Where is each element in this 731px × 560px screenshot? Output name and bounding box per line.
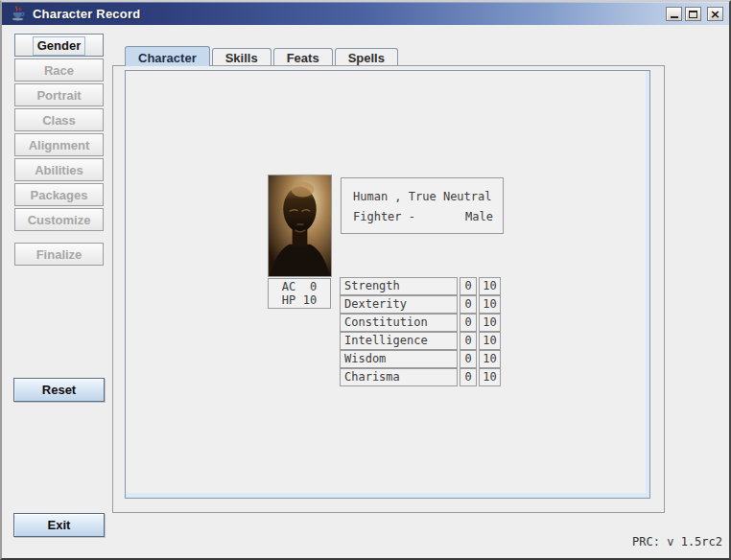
- sidebar-button-gender-label: Gender: [33, 36, 86, 56]
- character-portrait: [268, 175, 332, 277]
- sidebar-button-portrait[interactable]: Portrait: [14, 83, 104, 106]
- ability-score-field: 10: [479, 350, 501, 368]
- ability-score-field: 10: [479, 277, 501, 295]
- tab-spells[interactable]: Spells: [335, 48, 398, 65]
- ability-score-field: 10: [479, 368, 501, 386]
- ability-name-field: Dexterity: [340, 295, 458, 314]
- ability-mod-field: 0: [460, 277, 477, 295]
- maximize-icon: [689, 11, 697, 18]
- close-button[interactable]: ×: [707, 7, 723, 21]
- tab-content-panel: AC 0 HP 10 Human , True Neutral Fighter …: [112, 65, 665, 513]
- sidebar-button-class[interactable]: Class: [14, 108, 104, 131]
- sidebar-button-gender[interactable]: Gender: [14, 34, 104, 57]
- version-label: PRC: v 1.5rc2: [632, 535, 722, 548]
- window-title: Character Record: [33, 7, 140, 21]
- sidebar-button-packages[interactable]: Packages: [14, 183, 104, 206]
- class-text: Fighter -: [353, 207, 415, 227]
- ability-mod-field: 0: [460, 332, 477, 350]
- sidebar-button-customize[interactable]: Customize: [14, 208, 104, 231]
- sidebar-button-alignment-label: Alignment: [29, 138, 90, 152]
- ability-mod-field: 0: [460, 314, 477, 332]
- character-record-window: Character Record × Gender Race Portrait …: [0, 0, 731, 560]
- reset-button[interactable]: Reset: [13, 378, 105, 402]
- ability-score-field: 10: [479, 295, 501, 314]
- sidebar-button-race[interactable]: Race: [14, 58, 104, 82]
- tab-bar: Character Skills Feats Spells: [125, 45, 400, 65]
- ac-hp-box: AC 0 HP 10: [268, 278, 331, 309]
- sidebar-button-customize-label: Customize: [28, 213, 91, 227]
- sidebar-button-packages-label: Packages: [31, 188, 88, 202]
- window-controls: ×: [666, 7, 723, 21]
- maximize-button[interactable]: [685, 7, 701, 21]
- hp-value: 10: [301, 293, 317, 307]
- sidebar-button-abilities-label: Abilities: [35, 163, 83, 177]
- ability-name-field: Intelligence: [340, 332, 458, 350]
- ac-label: AC: [282, 280, 295, 293]
- java-logo-icon: [10, 5, 27, 22]
- ability-name-field: Wisdom: [340, 350, 458, 368]
- character-summary-box: Human , True Neutral Fighter - Male: [341, 177, 504, 234]
- sidebar-button-class-label: Class: [42, 113, 76, 128]
- ability-name-field: Charisma: [340, 368, 458, 386]
- ability-mod-field: 0: [460, 350, 477, 368]
- finalize-button-label: Finalize: [36, 247, 83, 262]
- ac-value: 0: [301, 280, 317, 293]
- sidebar-button-portrait-label: Portrait: [36, 88, 81, 103]
- minimize-icon: [671, 16, 678, 18]
- ability-score-field: 10: [479, 332, 501, 350]
- tab-character[interactable]: Character: [125, 46, 210, 66]
- minimize-button[interactable]: [666, 7, 682, 21]
- tab-skills[interactable]: Skills: [212, 48, 271, 65]
- sidebar-button-abilities[interactable]: Abilities: [14, 158, 104, 181]
- race-alignment-text: Human , True Neutral: [353, 187, 493, 207]
- hp-label: HP: [282, 293, 295, 307]
- titlebar[interactable]: Character Record ×: [2, 2, 729, 25]
- ability-mod-field: 0: [460, 295, 477, 314]
- tab-feats[interactable]: Feats: [273, 48, 333, 65]
- gender-text: Male: [465, 207, 493, 227]
- exit-button[interactable]: Exit: [13, 513, 105, 537]
- ability-name-field: Strength: [340, 277, 458, 295]
- ability-mod-field: 0: [460, 368, 477, 386]
- ability-name-field: Constitution: [340, 314, 458, 332]
- finalize-button[interactable]: Finalize: [14, 243, 104, 266]
- sidebar-button-race-label: Race: [44, 63, 74, 78]
- close-icon: ×: [710, 9, 720, 19]
- sidebar-button-alignment[interactable]: Alignment: [14, 133, 104, 156]
- character-sheet-panel: AC 0 HP 10 Human , True Neutral Fighter …: [125, 70, 650, 499]
- ability-score-field: 10: [479, 314, 501, 332]
